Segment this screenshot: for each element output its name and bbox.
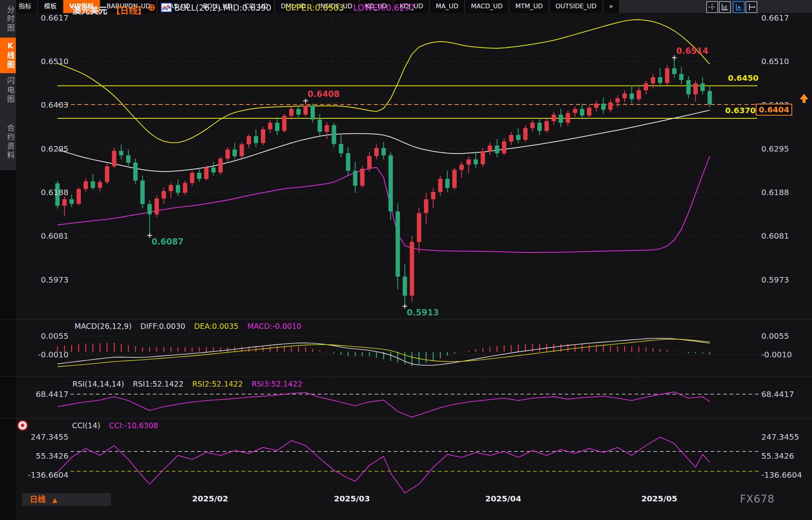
macd-bar <box>355 352 356 357</box>
macd-bar <box>560 344 561 352</box>
candle-body <box>311 106 315 120</box>
watermark: FX678 <box>740 493 774 505</box>
candle-body <box>211 167 215 172</box>
candle-body <box>502 142 506 154</box>
macd-bar <box>433 352 434 361</box>
candle-body <box>147 204 152 214</box>
panel-separator <box>0 319 812 319</box>
candle-body <box>545 121 549 131</box>
axis-shift-tool-icon[interactable] <box>745 1 757 13</box>
macd-bar <box>511 345 511 352</box>
candle-body <box>530 123 535 128</box>
candle-body <box>381 148 386 156</box>
candle-body <box>133 163 137 180</box>
candle-body <box>204 167 208 179</box>
macd-bar <box>504 345 505 352</box>
candle-body <box>289 109 294 116</box>
candle-body <box>573 109 577 113</box>
play-chart-tool-icon[interactable] <box>733 1 745 13</box>
boll-mid-line <box>57 110 710 171</box>
candle-body <box>637 90 641 99</box>
candle-body <box>707 91 712 104</box>
candle-body <box>303 106 308 115</box>
macd-bar <box>482 348 483 352</box>
candle-body <box>282 116 286 131</box>
add-indicator-icon[interactable]: ⊕ <box>147 2 156 13</box>
macd-bar <box>454 352 455 353</box>
sidebar-item-lightning[interactable]: 闪电图 <box>0 76 16 104</box>
bar-chart-tool-icon[interactable] <box>719 1 731 13</box>
macd-bar <box>617 346 618 352</box>
candle-body <box>558 115 563 123</box>
macd-bar <box>624 346 625 352</box>
macd-bar <box>581 344 582 352</box>
candle-body <box>623 93 627 98</box>
candle-body <box>665 68 669 83</box>
sidebar-item-kline[interactable]: K线图 <box>0 38 16 73</box>
macd-bar <box>92 344 93 352</box>
macd-bar <box>589 345 589 352</box>
trading-app: { "colors":{"up":"#e23b45","down":"#2aa8… <box>0 0 812 520</box>
alert-target-icon[interactable] <box>17 420 28 431</box>
candle-body <box>268 123 273 129</box>
macd-value: MACD:-0.0010 <box>247 322 301 330</box>
candle-body <box>445 179 450 188</box>
macd-bar <box>177 347 178 352</box>
candle-body <box>112 151 116 166</box>
macd-bar <box>440 352 440 359</box>
candle-body <box>353 171 357 186</box>
candle-body <box>360 169 364 186</box>
crosshair-tool-icon[interactable] <box>706 1 718 13</box>
macd-bar <box>468 351 469 352</box>
macd-bar <box>475 349 476 352</box>
rsi-name: RSI(14,14,14) <box>72 380 124 388</box>
candle-body <box>98 182 102 188</box>
price-up-arrow-icon[interactable] <box>799 93 810 105</box>
candle-body <box>318 120 322 132</box>
candle-body <box>154 198 159 214</box>
candle-body <box>509 135 513 141</box>
candle-body <box>552 115 556 121</box>
candle-body <box>91 181 95 188</box>
candle-body <box>62 199 67 205</box>
kline-chart-icon[interactable] <box>161 3 172 14</box>
candle-body <box>417 213 421 242</box>
candle-body <box>218 159 223 173</box>
candle-body <box>403 277 407 296</box>
macd-diff: DIFF:0.0030 <box>140 322 185 330</box>
candle-body <box>459 165 464 170</box>
panel-separator <box>0 376 812 376</box>
macd-name: MACD(26,12,9) <box>74 322 132 330</box>
candle-body <box>176 185 180 193</box>
macd-bar <box>539 344 540 352</box>
macd-bar <box>114 343 114 352</box>
macd-bar <box>652 348 653 352</box>
macd-bar <box>312 349 313 352</box>
macd-bar <box>532 344 533 352</box>
macd-bar <box>192 347 193 352</box>
macd-bar <box>305 347 306 352</box>
sidebar-item-timeshare[interactable]: 分时图 <box>0 5 16 33</box>
macd-bar <box>291 347 292 352</box>
macd-bar <box>419 352 419 364</box>
chart-canvas[interactable] <box>0 0 812 520</box>
candle-body <box>346 153 350 171</box>
macd-bar <box>390 352 391 361</box>
macd-bar <box>660 349 660 352</box>
macd-bar <box>149 347 150 352</box>
candle-body <box>275 123 279 131</box>
candle-body <box>190 173 194 183</box>
sidebar-item-contract-info[interactable]: 合约资料 <box>0 119 16 165</box>
candle-body <box>183 183 187 193</box>
candle-body <box>169 185 173 191</box>
candle-body <box>233 150 237 156</box>
macd-bar <box>575 344 576 352</box>
period-selector-button[interactable]: 日线 ▲ <box>22 493 111 506</box>
macd-bar <box>362 352 363 357</box>
period-tag[interactable]: 【日线】 <box>111 3 146 16</box>
macd-bar <box>78 344 79 352</box>
candle-body <box>105 166 109 182</box>
cci-line <box>57 437 710 493</box>
candle-body <box>410 242 414 296</box>
boll-upper-line <box>57 20 710 143</box>
